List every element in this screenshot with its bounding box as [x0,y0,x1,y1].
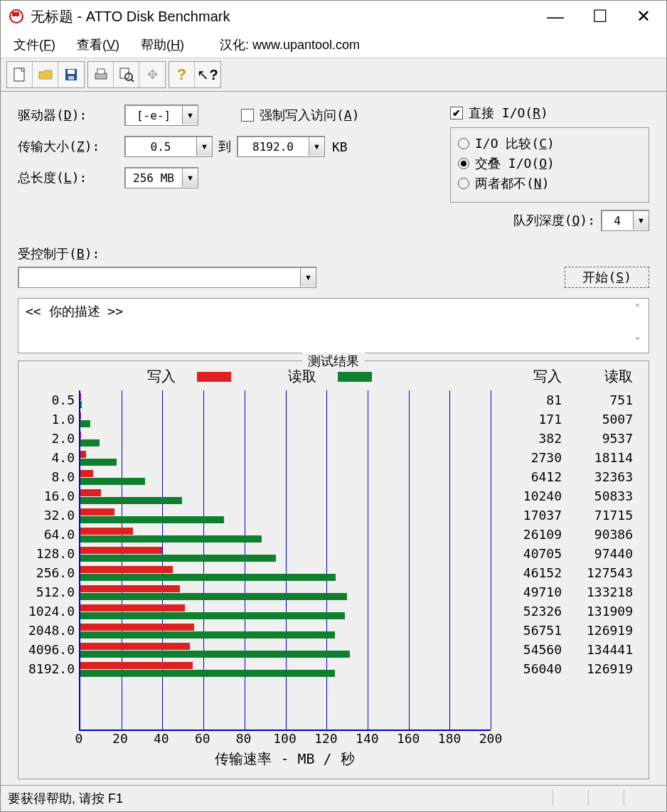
values-row: 1715007 [496,410,639,429]
value-read: 127543 [567,563,639,582]
chevron-down-icon[interactable]: ▼ [182,106,198,124]
values-row: 46152127543 [496,563,639,582]
read-bar [80,612,345,619]
x-tick-label: 100 [273,731,297,746]
y-axis-labels: 0.51.02.04.08.016.032.064.0128.0256.0512… [28,390,79,769]
transfer-to-input[interactable] [238,140,309,154]
read-bar [80,574,336,581]
svg-marker-3 [39,70,52,79]
drive-label: 驱动器(D): [18,107,124,124]
y-tick-label: 2048.0 [28,621,75,640]
gridline [409,390,410,730]
controlled-by-section: 受控制于(B): ▼ 开始(S) [18,245,649,288]
controlled-by-combo[interactable]: ▼ [18,267,316,288]
radio-overlapped-io[interactable]: 交叠 I/O(O) [458,155,641,172]
chevron-down-icon[interactable]: ▼ [196,137,212,156]
chart-legend: 写入 读取 [28,367,491,386]
question-icon[interactable]: ? [169,62,195,87]
drive-combo[interactable]: ▼ [124,105,198,126]
save-icon[interactable] [58,62,84,87]
close-icon[interactable]: ✕ [636,6,651,26]
transfer-from-input[interactable] [125,140,196,154]
total-length-combo[interactable]: ▼ [124,167,198,188]
chevron-down-icon[interactable]: ▼ [633,211,649,230]
move-icon[interactable]: ✥ [139,62,165,87]
write-bar [80,451,86,458]
menu-translation: 汉化: www.upantool.com [220,36,360,53]
read-bar [80,670,335,677]
description-box[interactable]: << 你的描述 >> ˄˅ [18,298,649,353]
x-tick-label: 20 [112,731,128,746]
scroll-indicator[interactable]: ˄˅ [634,301,647,350]
values-table: 写入 读取 8175117150073829537273018114641232… [496,367,639,769]
write-bar [80,470,93,477]
values-row: 49710133218 [496,582,639,602]
x-axis-labels: 020406080100120140160180200 [79,731,491,748]
open-folder-icon[interactable] [33,62,58,87]
y-tick-label: 128.0 [28,544,75,563]
gridline [368,390,368,730]
value-write: 26109 [496,525,567,544]
write-bar [80,662,193,669]
menu-view[interactable]: 查看(V) [77,36,119,53]
values-header-write: 写入 [496,367,567,386]
write-bar [80,547,162,554]
value-read: 18114 [567,448,639,467]
value-write: 46152 [496,563,567,582]
gridline [491,390,491,730]
transfer-size-label: 传输大小(Z): [18,138,124,155]
y-tick-label: 1.0 [28,410,75,429]
gridline [286,390,287,730]
controlled-by-input[interactable] [18,271,300,284]
queue-depth-combo[interactable]: ▼ [601,210,649,231]
radio-io-compare[interactable]: I/O 比较(C) [458,135,641,152]
context-help-icon[interactable]: ↖? [195,62,220,87]
value-read: 126919 [567,659,639,678]
chevron-down-icon[interactable]: ▼ [182,169,198,187]
scroll-down-icon: ˅ [634,335,647,350]
value-write: 10240 [496,486,567,506]
svg-line-11 [131,79,134,82]
app-window: 无标题 - ATTO Disk Benchmark — ☐ ✕ 文件(F) 查看… [0,0,667,812]
start-button[interactable]: 开始(S) [565,267,649,288]
menu-help[interactable]: 帮助(H) [141,36,184,53]
chevron-down-icon[interactable]: ▼ [300,268,316,287]
new-file-icon[interactable] [7,62,33,87]
total-length-input[interactable] [125,171,182,185]
write-bar [80,432,81,439]
values-row: 3829537 [496,429,639,448]
transfer-from-combo[interactable]: ▼ [124,136,213,157]
value-read: 5007 [567,410,639,429]
maximize-icon[interactable]: ☐ [592,6,608,26]
direct-io-checkbox[interactable]: ✔ 直接 I/O(R) [450,105,548,122]
radio-neither[interactable]: 两者都不(N) [458,175,641,192]
values-row: 1703771715 [496,506,639,525]
io-mode-fieldset: I/O 比较(C) 交叠 I/O(O) 两者都不(N) [450,127,649,203]
write-bar [80,585,180,592]
print-preview-icon[interactable] [114,62,139,87]
menu-bar: 文件(F) 查看(V) 帮助(H) 汉化: www.upantool.com [1,32,666,58]
queue-depth-label: 队列深度(Q): [513,212,595,229]
content-area: 驱动器(D): ▼ 强制写入访问(A) 传输大小(Z): ▼ [1,92,666,785]
value-read: 131909 [567,602,639,621]
controlled-by-label: 受控制于(B): [18,246,100,261]
drive-input[interactable] [125,109,182,122]
transfer-to-combo[interactable]: ▼ [237,136,325,157]
x-tick-label: 200 [479,731,503,746]
status-text: 要获得帮助, 请按 F1 [8,790,123,807]
queue-depth-input[interactable] [602,214,633,228]
read-bar [80,651,350,658]
force-write-checkbox[interactable]: 强制写入访问(A) [241,107,360,124]
value-write: 6412 [496,467,567,486]
y-tick-label: 512.0 [28,582,75,602]
legend-write-label: 写入 [147,367,176,386]
values-row: 4070597440 [496,544,639,563]
menu-file[interactable]: 文件(F) [14,36,55,53]
x-tick-label: 40 [154,731,169,746]
read-bar [80,459,117,466]
title-bar: 无标题 - ATTO Disk Benchmark — ☐ ✕ [1,1,666,32]
print-icon[interactable] [88,62,114,87]
chevron-down-icon[interactable]: ▼ [309,137,324,156]
values-row: 56040126919 [496,659,639,678]
minimize-icon[interactable]: — [547,6,564,26]
